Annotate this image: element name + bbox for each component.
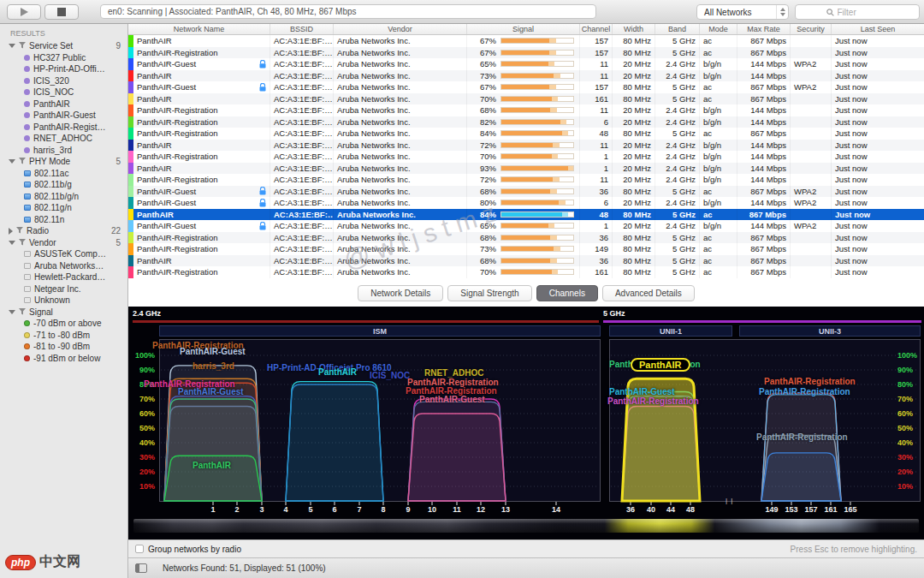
sidebar-item-802-11ac[interactable]: 802.11ac (0, 168, 127, 180)
table-row[interactable]: PanthAIRAC:A3:1E:BF:…Aruba Networks Inc.… (128, 255, 924, 267)
disclosure-expanded-icon[interactable] (9, 159, 15, 164)
sidebar-item-hp-print-ad-offi[interactable]: HP-Print-AD-Offi… (0, 63, 127, 75)
vendor-cell: Aruba Networks Inc. (334, 70, 467, 82)
sidebar-item-rnet-adhoc[interactable]: RNET_ADHOC (0, 133, 127, 145)
sidebar-item-71-to-80-dbm[interactable]: -71 to -80 dBm (0, 330, 127, 342)
table-row[interactable]: PanthAIR-RegistrationAC:A3:1E:BF:…Aruba … (128, 151, 924, 163)
column-header-max-rate[interactable]: Max Rate (737, 24, 791, 34)
table-row[interactable]: PanthAIR-RegistrationAC:A3:1E:BF:…Aruba … (128, 243, 924, 255)
sidebar-group-vendor[interactable]: Vendor5 (0, 237, 127, 249)
table-row[interactable]: PanthAIR-RegistrationAC:A3:1E:BF:…Aruba … (128, 232, 924, 244)
column-header-signal[interactable]: Signal (467, 24, 580, 34)
y-tick-right-70: 70% (897, 395, 921, 403)
table-row[interactable]: PanthAIRAC:A3:1E:BF:…Aruba Networks Inc.… (128, 209, 924, 221)
sidebar-item-label: 802.11ac (34, 169, 68, 178)
sidebar-item-802-11g-n[interactable]: 802.11g/n (0, 202, 127, 214)
max-rate-cell: 144 Mbps (737, 58, 791, 70)
sidebar-item-asustek-comp[interactable]: ASUSTeK Comp… (0, 248, 127, 260)
network-name-cell: PanthAIR (133, 209, 270, 221)
sidebar-item-unknown[interactable]: Unknown (0, 295, 127, 307)
disclosure-expanded-icon[interactable] (9, 44, 15, 48)
sidebar-item-label: -71 to -80 dBm (33, 331, 90, 340)
sidebar-item-panthair[interactable]: PanthAIR (0, 98, 127, 110)
table-row[interactable]: PanthAIR-GuestAC:A3:1E:BF:…Aruba Network… (128, 58, 924, 70)
table-row[interactable]: PanthAIRAC:A3:1E:BF:…Aruba Networks Inc.… (128, 93, 924, 105)
table-row[interactable]: PanthAIRAC:A3:1E:BF:…Aruba Networks Inc.… (128, 70, 924, 82)
column-header-last-seen[interactable]: Last Seen (832, 24, 924, 34)
disclosure-expanded-icon[interactable] (9, 241, 15, 245)
network-name-cell: PanthAIR (133, 255, 270, 267)
sidebar-item-802-11n[interactable]: 802.11n (0, 214, 127, 226)
band-cell: 5 GHz (655, 35, 700, 47)
band-label-2-4-ghz: 2.4 GHz (133, 309, 161, 318)
table-row[interactable]: PanthAIR-RegistrationAC:A3:1E:BF:…Aruba … (128, 116, 924, 128)
sidebar-group-signal[interactable]: Signal (0, 307, 127, 319)
last-seen-cell: Just now (832, 255, 924, 267)
network-name-cell: PanthAIR-Registration (133, 104, 270, 116)
sidebar-group-service-set[interactable]: Service Set9 (0, 40, 127, 52)
tab-signal-strength[interactable]: Signal Strength (447, 285, 531, 301)
column-header-vendor[interactable]: Vendor (334, 24, 467, 34)
table-row[interactable]: PanthAIR-GuestAC:A3:1E:BF:…Aruba Network… (128, 81, 924, 93)
sidebar-toggle-icon[interactable] (135, 563, 147, 573)
disclosure-collapsed-icon[interactable] (9, 228, 13, 235)
sidebar-item-panthair-guest[interactable]: PanthAIR-Guest (0, 110, 127, 122)
tab-advanced-details[interactable]: Advanced Details (602, 285, 695, 301)
column-header-width[interactable]: Width (613, 24, 655, 34)
table-row[interactable]: PanthAIR-GuestAC:A3:1E:BF:…Aruba Network… (128, 197, 924, 209)
dropdown-stepper-icon[interactable] (776, 5, 788, 19)
width-cell: 20 MHz (613, 174, 655, 186)
ssid-dot-icon (24, 55, 30, 61)
mode-cell: b/g/n (700, 151, 737, 163)
disclosure-expanded-icon[interactable] (9, 310, 15, 314)
vendor-cell: Aruba Networks Inc. (334, 81, 467, 93)
max-rate-cell: 144 Mbps (737, 151, 791, 163)
table-row[interactable]: PanthAIRAC:A3:1E:BF:…Aruba Networks Inc.… (128, 35, 924, 47)
network-filter-dropdown[interactable]: All Networks (696, 4, 789, 20)
table-row[interactable]: PanthAIR-RegistrationAC:A3:1E:BF:…Aruba … (128, 128, 924, 140)
sidebar-group-phy-mode[interactable]: PHY Mode5 (0, 156, 127, 168)
table-row[interactable]: PanthAIRAC:A3:1E:BF:…Aruba Networks Inc.… (128, 163, 924, 175)
signal-level-icon (24, 343, 30, 349)
sidebar-item-hewlett-packard[interactable]: Hewlett-Packard… (0, 271, 127, 283)
sidebar-item-netgear-inc[interactable]: Netgear Inc. (0, 283, 127, 295)
table-row[interactable]: PanthAIR-RegistrationAC:A3:1E:BF:…Aruba … (128, 47, 924, 59)
column-header-mode[interactable]: Mode (700, 24, 737, 34)
tab-network-details[interactable]: Network Details (358, 285, 443, 301)
sidebar-item-icis-noc[interactable]: ICIS_NOC (0, 86, 127, 98)
group-by-radio-checkbox[interactable] (135, 545, 144, 553)
filter-search-box[interactable] (795, 4, 920, 20)
mode-cell: b/g/n (700, 58, 737, 70)
channel-cell: 1 (580, 163, 613, 175)
table-row[interactable]: PanthAIR-RegistrationAC:A3:1E:BF:…Aruba … (128, 104, 924, 116)
table-row[interactable]: PanthAIRAC:A3:1E:BF:…Aruba Networks Inc.… (128, 140, 924, 152)
column-header-network-name[interactable]: Network Name (128, 24, 270, 34)
sidebar-item-70-dbm-or-above[interactable]: -70 dBm or above (0, 318, 127, 330)
column-header-bssid[interactable]: BSSID (270, 24, 334, 34)
sidebar-item-panthair-regist[interactable]: PanthAIR-Regist… (0, 122, 127, 134)
table-row[interactable]: PanthAIR-GuestAC:A3:1E:BF:…Aruba Network… (128, 220, 924, 232)
sidebar-item-802-11b-g-n[interactable]: 802.11b/g/n (0, 191, 127, 203)
tab-channels[interactable]: Channels (536, 285, 598, 301)
scan-stop-button[interactable] (44, 4, 79, 20)
network-name-cell: PanthAIR (133, 163, 270, 175)
sidebar-item-91-dbm-or-below[interactable]: -91 dBm or below (0, 353, 127, 365)
table-row[interactable]: PanthAIR-RegistrationAC:A3:1E:BF:…Aruba … (128, 266, 924, 278)
column-header-band[interactable]: Band (655, 24, 700, 34)
column-header-security[interactable]: Security (791, 24, 832, 34)
table-row[interactable]: PanthAIR-RegistrationAC:A3:1E:BF:…Aruba … (128, 174, 924, 186)
sidebar-item-802-11b-g[interactable]: 802.11b/g (0, 179, 127, 191)
sidebar-item-81-to-90-dbm[interactable]: -81 to -90 dBm (0, 341, 127, 353)
sidebar-item-harris-3rd[interactable]: harris_3rd (0, 145, 127, 157)
sidebar-item-label: 802.11b/g/n (34, 192, 79, 201)
signal-cell: 80% (467, 197, 580, 209)
sidebar-item-hc327-public[interactable]: HC327 Public (0, 52, 127, 64)
sidebar-item-icis-320[interactable]: ICIS_320 (0, 75, 127, 87)
column-header-channel[interactable]: Channel (580, 24, 613, 34)
scan-start-button[interactable] (7, 4, 41, 20)
sidebar-item-aruba-networks[interactable]: Aruba Networks… (0, 260, 127, 272)
sidebar-group-radio[interactable]: Radio22 (0, 225, 127, 237)
stop-icon (57, 8, 66, 16)
table-row[interactable]: PanthAIR-GuestAC:A3:1E:BF:…Aruba Network… (128, 186, 924, 198)
filter-input[interactable] (838, 8, 889, 17)
